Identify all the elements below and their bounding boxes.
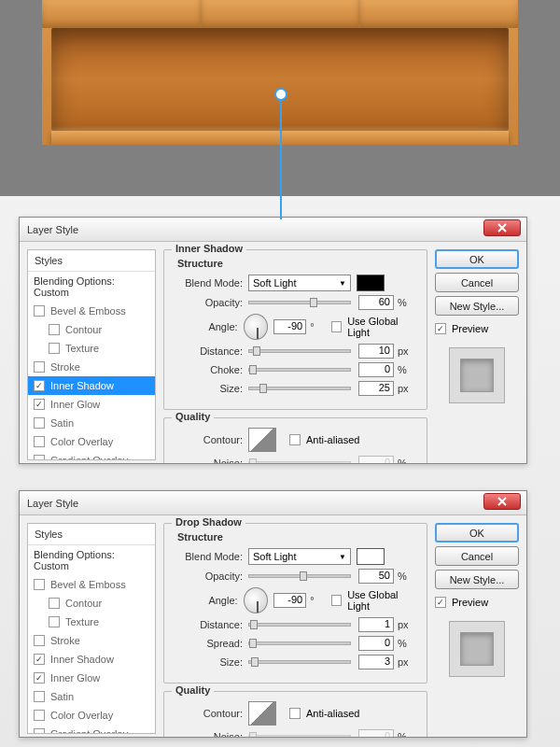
distance-slider[interactable]: [248, 623, 351, 627]
antialiased-checkbox[interactable]: [289, 708, 301, 719]
distance-input[interactable]: 10: [358, 344, 394, 359]
opacity-input[interactable]: 50: [358, 569, 394, 584]
use-global-light-checkbox[interactable]: [331, 595, 342, 606]
antialiased-label: Anti-aliased: [306, 708, 359, 719]
style-blending-options[interactable]: Blending Options: Custom: [28, 272, 155, 302]
style-color-overlay[interactable]: Color Overlay: [28, 706, 155, 725]
checkbox[interactable]: [34, 710, 45, 721]
distance-slider[interactable]: [248, 349, 351, 353]
checkbox[interactable]: [34, 635, 45, 646]
contour-label: Contour:: [174, 708, 243, 719]
ok-button[interactable]: OK: [435, 249, 519, 269]
style-stroke[interactable]: Stroke: [28, 631, 155, 650]
color-swatch[interactable]: [357, 275, 385, 291]
titlebar[interactable]: Layer Style: [20, 218, 526, 242]
section-drop-shadow: Drop Shadow Structure Blend Mode: Soft L…: [163, 523, 427, 684]
checkbox[interactable]: [49, 598, 60, 609]
checkbox[interactable]: ✓: [34, 672, 45, 684]
checkbox[interactable]: ✓: [34, 399, 45, 410]
style-texture[interactable]: Texture: [28, 339, 155, 358]
checkbox[interactable]: [34, 305, 45, 317]
checkbox[interactable]: [49, 324, 60, 335]
style-inner-glow[interactable]: ✓Inner Glow: [28, 669, 155, 687]
close-button[interactable]: [483, 219, 521, 236]
spread-input[interactable]: 0: [358, 636, 394, 651]
choke-input[interactable]: 0: [358, 362, 394, 377]
style-stroke[interactable]: Stroke: [28, 358, 155, 376]
antialiased-checkbox[interactable]: [289, 434, 301, 445]
style-blending-options[interactable]: Blending Options: Custom: [28, 545, 155, 575]
opacity-slider[interactable]: [248, 574, 351, 578]
styles-list: Styles Blending Options: Custom Bevel & …: [27, 523, 156, 734]
distance-input[interactable]: 1: [358, 617, 394, 632]
close-button[interactable]: [483, 493, 521, 510]
new-style-button[interactable]: New Style...: [435, 570, 519, 589]
style-contour[interactable]: Contour: [28, 320, 155, 339]
styles-header[interactable]: Styles: [28, 524, 155, 545]
style-inner-shadow[interactable]: ✓Inner Shadow: [28, 650, 155, 669]
spread-slider[interactable]: [248, 641, 351, 645]
style-inner-shadow[interactable]: ✓Inner Shadow: [28, 376, 155, 395]
checkbox[interactable]: [49, 616, 60, 627]
style-gradient-overlay[interactable]: Gradient Overlay: [28, 725, 155, 734]
use-global-light-checkbox[interactable]: [331, 321, 342, 332]
noise-slider[interactable]: [248, 461, 351, 464]
angle-input[interactable]: -90: [273, 319, 307, 334]
structure-label: Structure: [177, 531, 417, 543]
antialiased-label: Anti-aliased: [306, 434, 359, 445]
noise-label: Noise:: [174, 731, 243, 738]
style-color-overlay[interactable]: Color Overlay: [28, 432, 155, 451]
opacity-slider[interactable]: [248, 301, 351, 304]
titlebar[interactable]: Layer Style: [20, 491, 526, 515]
checkbox[interactable]: [34, 436, 45, 447]
section-legend: Inner Shadow: [172, 243, 246, 254]
size-input[interactable]: 25: [358, 381, 394, 396]
size-slider[interactable]: [248, 387, 351, 390]
style-contour[interactable]: Contour: [28, 594, 155, 613]
checkbox[interactable]: ✓: [34, 380, 45, 391]
opacity-label: Opacity:: [174, 297, 243, 308]
new-style-button[interactable]: New Style...: [435, 296, 519, 316]
styles-header[interactable]: Styles: [28, 250, 155, 272]
cancel-button[interactable]: Cancel: [435, 546, 519, 566]
style-texture[interactable]: Texture: [28, 613, 155, 631]
checkbox[interactable]: [34, 361, 45, 373]
blend-mode-dropdown[interactable]: Soft Light▼: [248, 275, 351, 291]
blend-mode-dropdown[interactable]: Soft Light▼: [248, 548, 351, 565]
style-bevel-emboss[interactable]: Bevel & Emboss: [28, 575, 155, 594]
checkbox[interactable]: [34, 728, 45, 734]
style-bevel-emboss[interactable]: Bevel & Emboss: [28, 302, 155, 320]
style-satin[interactable]: Satin: [28, 687, 155, 706]
size-slider[interactable]: [248, 660, 351, 664]
cancel-button[interactable]: Cancel: [435, 273, 519, 292]
section-quality: Quality Contour: Anti-aliased Noise: 0 %: [163, 691, 427, 738]
checkbox[interactable]: [34, 417, 45, 429]
noise-input[interactable]: 0: [358, 456, 394, 464]
style-gradient-overlay[interactable]: Gradient Overlay: [28, 451, 155, 460]
checkbox[interactable]: [34, 691, 45, 702]
angle-dial[interactable]: [244, 587, 268, 613]
color-swatch[interactable]: [357, 548, 385, 565]
preview-checkbox[interactable]: ✓: [435, 323, 446, 334]
ok-button[interactable]: OK: [435, 523, 519, 543]
section-quality: Quality Contour: Anti-aliased Noise: 0 %: [163, 417, 427, 464]
distance-label: Distance:: [174, 619, 243, 630]
choke-slider[interactable]: [248, 368, 351, 372]
size-input[interactable]: 3: [358, 655, 394, 669]
use-global-light-label: Use Global Light: [347, 589, 417, 612]
style-satin[interactable]: Satin: [28, 414, 155, 432]
checkbox[interactable]: [49, 343, 60, 354]
callout-line: [280, 93, 282, 219]
angle-dial[interactable]: [244, 314, 268, 340]
noise-input[interactable]: 0: [358, 729, 394, 738]
checkbox[interactable]: [34, 579, 45, 590]
preview-checkbox[interactable]: ✓: [435, 597, 446, 608]
contour-picker[interactable]: [248, 428, 276, 452]
contour-picker[interactable]: [248, 701, 276, 726]
style-inner-glow[interactable]: ✓Inner Glow: [28, 395, 155, 414]
noise-slider[interactable]: [248, 735, 351, 738]
checkbox[interactable]: [34, 455, 45, 460]
opacity-input[interactable]: 60: [358, 295, 394, 310]
angle-input[interactable]: -90: [273, 593, 307, 608]
checkbox[interactable]: ✓: [34, 654, 45, 665]
